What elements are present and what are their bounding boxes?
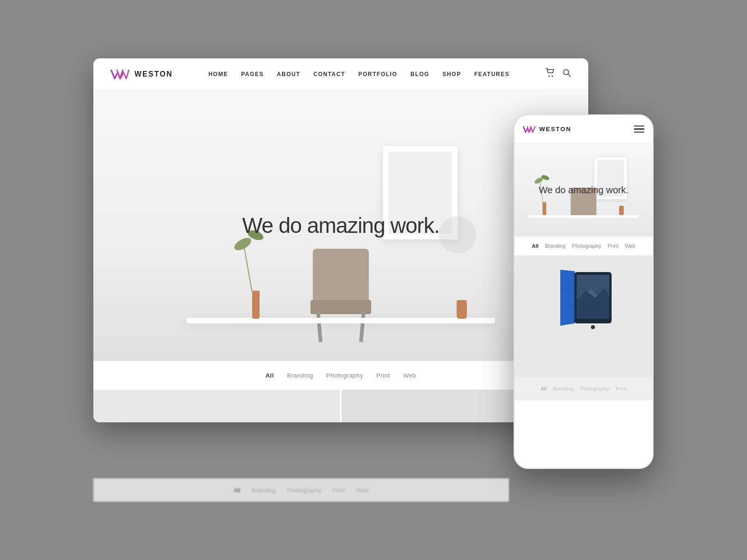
mobile-hero-headline: We do amazing work. (539, 184, 628, 196)
mobile-bottom-filter-photography: Photography (580, 386, 609, 392)
mobile-hero: We do amazing work. (514, 143, 653, 237)
blurred-filter-branding: Branding (252, 487, 276, 494)
svg-point-12 (591, 325, 595, 329)
svg-point-0 (548, 76, 550, 77)
hamburger-line-3 (634, 132, 644, 133)
nav-link-portfolio[interactable]: PORTFOLIO (359, 71, 398, 77)
mobile-brand-text: WESTON (539, 126, 571, 133)
blurred-filter-bar: All Branding Photography Print Web (93, 478, 509, 502)
blurred-filter-print: Print (333, 487, 345, 494)
hamburger-button[interactable] (634, 126, 644, 133)
desk-surface (187, 318, 495, 323)
mobile-bottom-bar: All Branding Photography Print (514, 377, 653, 400)
search-icon[interactable] (562, 68, 571, 80)
nav-link-features[interactable]: FEATURES (474, 71, 510, 77)
nav-link-home[interactable]: HOME (208, 71, 228, 77)
svg-point-1 (551, 76, 553, 77)
blurred-filter-photography: Photography (287, 487, 322, 494)
mini-vase-left (543, 202, 546, 215)
mobile-mockup: WESTON We do amazing work. (514, 114, 654, 469)
nav-brand-text: WESTON (134, 70, 173, 78)
mobile-bottom-filter-branding: Branding (553, 386, 574, 392)
filter-branding[interactable]: Branding (287, 372, 313, 379)
nav-logo: WESTON (110, 68, 173, 81)
mobile-portfolio-item (514, 256, 653, 377)
hamburger-line-2 (634, 128, 644, 130)
mobile-filter-all[interactable]: All (532, 243, 538, 249)
mobile-bottom-filter-all: All (541, 386, 546, 392)
plant-stem (243, 245, 252, 292)
mobile-filter-web[interactable]: Web (625, 243, 635, 249)
desk-chair (303, 249, 378, 342)
scene: WESTON HOME PAGES ABOUT CONTACT PORTFOLI… (93, 58, 654, 502)
nav-link-about[interactable]: ABOUT (277, 71, 300, 77)
circle-decoration (439, 216, 476, 253)
filter-print[interactable]: Print (376, 372, 390, 379)
filter-photography[interactable]: Photography (326, 372, 363, 379)
mini-desk-surface (529, 215, 639, 218)
hamburger-line-1 (634, 126, 644, 127)
mobile-filter-branding[interactable]: Branding (545, 243, 565, 249)
nav-link-pages[interactable]: PAGES (241, 71, 264, 77)
svg-line-3 (568, 74, 571, 77)
nav-link-contact[interactable]: CONTACT (313, 71, 345, 77)
mini-vase-right (619, 206, 624, 215)
hero-headline: We do amazing work. (242, 213, 439, 238)
desktop-navbar: WESTON HOME PAGES ABOUT CONTACT PORTFOLI… (93, 58, 588, 90)
filter-all[interactable]: All (266, 372, 274, 379)
mobile-filter-print[interactable]: Print (608, 243, 619, 249)
blurred-filter-web: Web (356, 487, 369, 494)
mobile-navbar: WESTON (514, 115, 653, 143)
vase-left (252, 291, 260, 319)
nav-links: HOME PAGES ABOUT CONTACT PORTFOLIO BLOG … (208, 71, 509, 77)
mobile-logo-icon (523, 125, 536, 133)
mobile-bottom-filter-print: Print (616, 386, 627, 392)
nav-actions (545, 68, 571, 80)
nav-link-blog[interactable]: BLOG (410, 71, 430, 77)
cart-icon[interactable] (545, 68, 555, 80)
vase-right (457, 300, 467, 319)
product-tablet-svg (542, 263, 626, 370)
mobile-filter-bar: All Branding Photography Print Web (514, 237, 653, 256)
filter-web[interactable]: Web (403, 372, 416, 379)
portfolio-cell-1 (93, 390, 342, 422)
mobile-logo: WESTON (523, 125, 571, 133)
logo-icon (110, 68, 130, 81)
svg-point-2 (564, 70, 569, 75)
mobile-filter-photography[interactable]: Photography (572, 243, 601, 249)
nav-link-shop[interactable]: SHOP (443, 71, 461, 77)
blurred-filter-all: All (233, 487, 240, 494)
